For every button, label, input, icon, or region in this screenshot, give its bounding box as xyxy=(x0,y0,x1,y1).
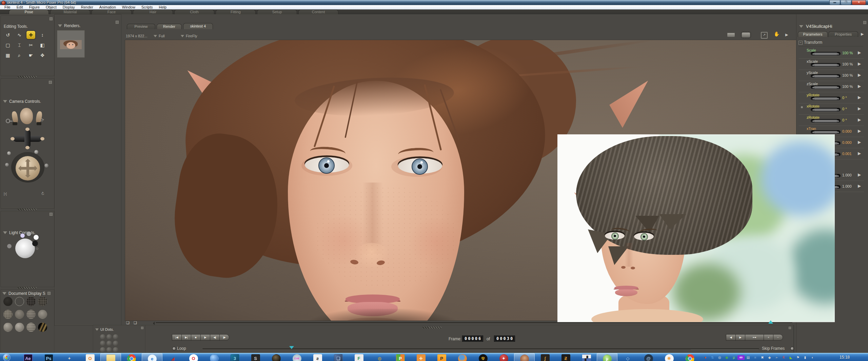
tab-render[interactable]: Render xyxy=(157,24,182,29)
chrome-icon[interactable] xyxy=(121,353,142,361)
light-dot-2[interactable] xyxy=(26,231,32,236)
loop-toggle[interactable] xyxy=(172,347,176,350)
view-magnifier-tool-icon[interactable]: ⌕ xyxy=(15,51,24,59)
color-tool-icon[interactable]: ◧ xyxy=(38,41,47,49)
explorer-folder-icon[interactable] xyxy=(100,353,121,361)
dial-value[interactable]: 100 % xyxy=(842,84,853,89)
taper-tool-icon[interactable]: ⌶ xyxy=(15,41,24,49)
dial-value[interactable]: 1.000 xyxy=(842,173,852,177)
style-cartoon-lined[interactable] xyxy=(3,323,13,332)
panel-corner-icon[interactable] xyxy=(50,17,53,20)
menu-display[interactable]: Display xyxy=(60,5,78,10)
panel-corner-icon[interactable] xyxy=(116,21,119,24)
opera-icon[interactable]: O xyxy=(183,353,204,361)
ui-dot[interactable] xyxy=(113,341,118,346)
restore-button[interactable]: ❐ xyxy=(841,0,851,5)
collapse-section-box[interactable]: − xyxy=(798,41,803,45)
panel-corner-icon[interactable] xyxy=(863,21,866,24)
dial-options-arrow[interactable]: ▶ xyxy=(858,172,861,177)
tab-setup[interactable]: Setup xyxy=(257,10,297,14)
3ds-max-icon[interactable]: 3 xyxy=(224,353,245,361)
more-tabs-arrow-icon[interactable]: ▶ xyxy=(861,32,864,36)
light-dot-5[interactable] xyxy=(7,244,12,248)
pan-hand-icon[interactable]: ✋ xyxy=(774,31,780,37)
outlook-icon[interactable]: O xyxy=(80,353,100,361)
rotate-tool-icon[interactable]: ↺ xyxy=(3,31,12,39)
film-clapper-icon[interactable]: ▞ xyxy=(576,353,597,361)
tab-properties[interactable]: Properties xyxy=(828,31,858,37)
tab-fitting[interactable]: Fitting xyxy=(216,10,256,14)
tab-cloth[interactable]: Cloth xyxy=(174,10,214,14)
dial-options-arrow[interactable]: ▶ xyxy=(858,151,861,156)
chain-break-tool-icon[interactable]: ✂ xyxy=(26,41,35,49)
menu-scripts[interactable]: Scripts xyxy=(138,5,156,10)
dial-options-arrow[interactable]: ▶ xyxy=(858,84,861,89)
collapse-arrow-icon[interactable] xyxy=(95,328,99,331)
tab-face[interactable]: Face xyxy=(92,10,132,14)
dial-slider[interactable] xyxy=(811,119,841,123)
collapse-arrow-icon[interactable] xyxy=(58,24,62,27)
dial-options-arrow[interactable]: ▶ xyxy=(858,184,861,188)
panel-corner-icon[interactable] xyxy=(50,213,53,216)
collapse-arrow-icon[interactable] xyxy=(3,231,7,234)
tray-nvidia-icon[interactable]: ◣ xyxy=(787,355,794,361)
select-camera-bracket-icon[interactable]: [•] xyxy=(4,192,7,196)
grey-tool-icon[interactable]: ✦ xyxy=(59,353,80,361)
tray-volume-icon[interactable]: ◖ xyxy=(809,355,816,361)
dial-value[interactable]: 100 % xyxy=(842,73,853,77)
menu-edit[interactable]: Edit xyxy=(14,5,26,10)
chrome-icon-2[interactable] xyxy=(679,353,700,361)
skip-frames-track[interactable] xyxy=(691,348,758,349)
morphing-tool-icon[interactable]: ☛ xyxy=(26,51,35,59)
style-wireframe[interactable] xyxy=(26,297,36,306)
style-smooth-lined[interactable] xyxy=(26,323,36,332)
radiation-icon[interactable]: ☢ xyxy=(473,353,493,361)
dial-slider[interactable] xyxy=(811,74,841,78)
scroll-left-arrow-icon[interactable] xyxy=(151,322,155,325)
menu-object[interactable]: Object xyxy=(43,5,60,10)
tray-creative-cloud-icon[interactable]: ◎ xyxy=(716,355,723,361)
translate-inout-tool-icon[interactable]: ↕ xyxy=(38,31,47,39)
dial-slider[interactable] xyxy=(811,63,841,67)
red-figure-icon[interactable]: ✦ xyxy=(493,353,514,361)
stop-button[interactable]: ■ xyxy=(191,334,200,341)
panel-corner-icon[interactable] xyxy=(49,81,52,84)
panel-separator[interactable] xyxy=(18,209,37,210)
dial-options-arrow[interactable]: ▶ xyxy=(858,106,861,111)
light-dot-3[interactable] xyxy=(33,234,39,240)
peazip-icon[interactable]: P xyxy=(390,353,411,361)
camera-dot-3[interactable] xyxy=(5,163,9,167)
delete-keyframe-button[interactable]: − xyxy=(773,334,783,341)
dial-slider[interactable] xyxy=(811,97,841,100)
orange-puzzle-icon[interactable]: ✚ xyxy=(411,353,431,361)
section-title[interactable]: Transform xyxy=(804,40,822,45)
light-dot-1[interactable] xyxy=(20,233,25,238)
tray-green-icon[interactable]: ◉ xyxy=(723,355,730,361)
tab-material[interactable]: Material xyxy=(50,10,90,14)
style-lit-wireframe[interactable] xyxy=(3,310,13,319)
ui-dot[interactable] xyxy=(100,341,105,346)
blue-orb-icon[interactable] xyxy=(204,353,224,361)
frame-total-field[interactable]: 00030 xyxy=(494,336,515,342)
previous-frame-button[interactable]: ◀| xyxy=(210,334,219,341)
panel-corner-icon[interactable] xyxy=(141,327,143,329)
style-cartoon[interactable] xyxy=(38,310,47,319)
dial-options-arrow[interactable]: ▶ xyxy=(858,129,861,133)
ui-dot[interactable] xyxy=(106,347,112,353)
ui-dot[interactable] xyxy=(106,334,112,340)
menu-render[interactable]: Render xyxy=(78,5,96,10)
dial-options-arrow[interactable]: ▶ xyxy=(858,140,861,145)
tray-utorrent-icon[interactable]: µ xyxy=(730,355,737,361)
last-frame-button[interactable]: ▶| xyxy=(181,334,191,341)
twist-tool-icon[interactable]: ∿ xyxy=(15,31,24,39)
tray-kaspersky-icon[interactable]: K xyxy=(780,355,787,361)
previous-keyframe-button[interactable]: ◀ xyxy=(726,334,735,341)
export-render-icon[interactable]: ↗ xyxy=(761,32,768,39)
render-size-label[interactable]: 1974 x 822... xyxy=(126,34,147,38)
start-button[interactable] xyxy=(3,354,11,361)
dial-options-arrow[interactable]: ▶ xyxy=(858,73,861,77)
firefox-icon[interactable] xyxy=(452,353,473,361)
flyaround-camera-icon[interactable]: ↻ xyxy=(40,191,46,196)
gom-player-icon[interactable]: ❋ xyxy=(659,353,679,361)
dial-slider[interactable] xyxy=(811,86,841,89)
